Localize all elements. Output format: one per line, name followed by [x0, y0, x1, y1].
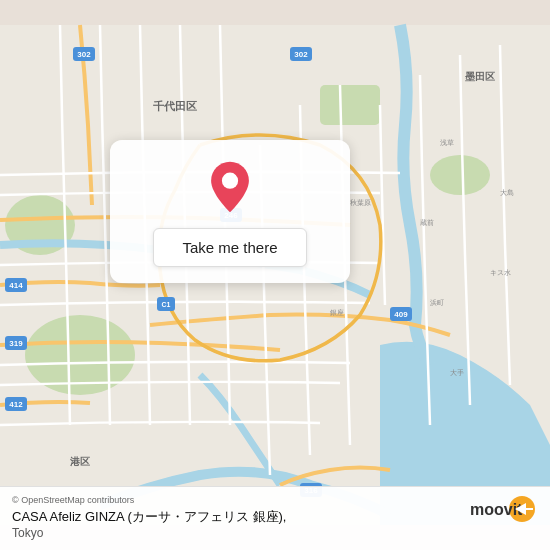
moovit-logo-icon: moovit	[468, 495, 538, 523]
map-attribution: © OpenStreetMap contributors	[12, 495, 458, 505]
bottom-bar: © OpenStreetMap contributors CASA Afeliz…	[0, 486, 550, 550]
svg-text:秋葉原: 秋葉原	[350, 199, 371, 206]
svg-point-4	[430, 155, 490, 195]
svg-text:C1: C1	[162, 301, 171, 308]
svg-text:キス水: キス水	[490, 269, 511, 276]
svg-text:浅草: 浅草	[440, 139, 454, 146]
svg-text:蔵前: 蔵前	[420, 219, 434, 226]
svg-text:港区: 港区	[70, 456, 90, 467]
svg-text:409: 409	[394, 310, 408, 319]
map-container: 302 302 414 246 319 409 412 C1 316 千代田区 …	[0, 0, 550, 550]
svg-text:銀座: 銀座	[330, 309, 344, 316]
svg-text:大手: 大手	[450, 369, 464, 376]
svg-text:moovit: moovit	[470, 501, 523, 518]
svg-rect-3	[320, 85, 380, 125]
svg-text:浜町: 浜町	[430, 299, 444, 307]
bottom-info: © OpenStreetMap contributors CASA Afeliz…	[12, 495, 458, 540]
place-location: Tokyo	[12, 526, 458, 540]
svg-text:412: 412	[9, 400, 23, 409]
take-me-there-button[interactable]: Take me there	[153, 228, 306, 267]
place-name: CASA Afeliz GINZA (カーサ・アフェリス 銀座),	[12, 508, 458, 526]
svg-text:414: 414	[9, 281, 23, 290]
location-pin-icon	[203, 160, 257, 214]
overlay-card: Take me there	[110, 140, 350, 283]
svg-text:千代田区: 千代田区	[153, 100, 197, 112]
moovit-logo: moovit	[468, 495, 538, 523]
svg-text:墨田区: 墨田区	[465, 71, 495, 82]
svg-point-34	[222, 173, 238, 189]
svg-text:大島: 大島	[500, 189, 514, 196]
svg-text:302: 302	[77, 50, 91, 59]
svg-text:302: 302	[294, 50, 308, 59]
svg-text:319: 319	[9, 339, 23, 348]
